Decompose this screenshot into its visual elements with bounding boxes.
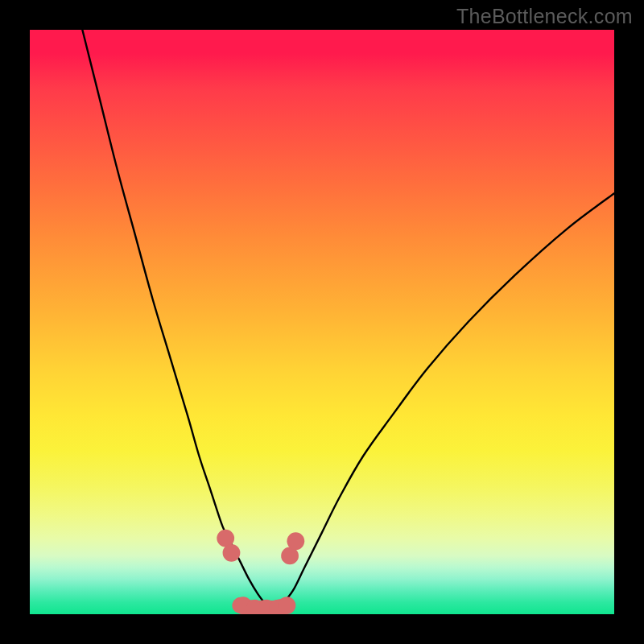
watermark-text: TheBottleneck.com [456,5,633,28]
data-marker [279,597,296,614]
curves-svg [30,30,614,614]
data-marker [287,532,304,550]
left-curve [82,30,266,605]
data-marker [223,544,241,562]
chart-frame: TheBottleneck.com [0,0,644,644]
plot-area [30,30,614,614]
right-curve [281,193,614,605]
